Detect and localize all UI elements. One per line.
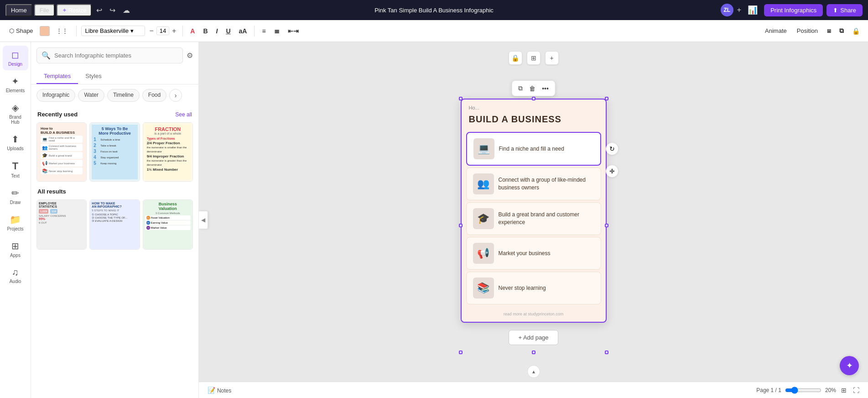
delete-element-button[interactable]: 🗑: [526, 83, 538, 94]
fill-color-swatch[interactable]: [40, 26, 50, 36]
search-area: 🔍 ⚙: [31, 42, 198, 69]
analytics-button[interactable]: 📊: [745, 3, 760, 17]
text-color-button[interactable]: A: [187, 26, 198, 36]
all-results-header: All results: [31, 183, 198, 198]
infographic-header-text: Ho...: [462, 100, 606, 114]
shape-button[interactable]: ⬡ Shape: [5, 25, 37, 37]
handle-top-left[interactable]: [459, 97, 463, 100]
audio-icon: ♫: [12, 267, 19, 278]
text-spacing-button[interactable]: ⇤⇥: [285, 26, 301, 36]
tab-resize[interactable]: ✦ Resize: [57, 4, 92, 16]
case-button[interactable]: aA: [236, 26, 250, 36]
pattern-button[interactable]: ⧆: [824, 26, 834, 36]
move-button[interactable]: ✛: [606, 165, 619, 178]
tab-templates[interactable]: Templates: [36, 69, 78, 84]
lock-button[interactable]: 🔒: [849, 26, 863, 36]
chip-water[interactable]: Water: [78, 89, 104, 102]
share-button[interactable]: ⬆ Share: [826, 4, 863, 16]
recently-used-header: Recently used See all: [31, 106, 198, 120]
chip-food[interactable]: Food: [142, 89, 166, 102]
step-item-2[interactable]: 👥 Connect with a group of like-minded bu…: [466, 168, 601, 200]
tab-styles[interactable]: Styles: [78, 69, 109, 84]
separator-2: [182, 26, 183, 37]
result-card-1[interactable]: EMPLOYEESTATISTICS 1,029 110 SALARY CONC…: [36, 199, 87, 250]
handle-top-right[interactable]: [605, 97, 608, 100]
handle-mid-right[interactable]: [605, 224, 608, 227]
panel-scroll[interactable]: Recently used See all How toBUILD A BUSI…: [31, 106, 198, 398]
tab-home[interactable]: Home: [5, 4, 32, 16]
cloud-save-button[interactable]: ☁: [120, 4, 133, 16]
scroll-up-button[interactable]: ▴: [527, 365, 540, 378]
chips-scroll-right[interactable]: ›: [169, 89, 182, 102]
font-selector[interactable]: Libre Baskerville ▾: [81, 26, 145, 36]
rotate-button[interactable]: ↻: [606, 142, 619, 155]
bottom-bar-right: Page 1 / 1 20% ⊞ ⛶: [756, 385, 861, 395]
sidebar-item-elements[interactable]: ✦ Elements: [3, 72, 28, 97]
step-5-icon: 📚: [473, 278, 494, 298]
see-all-button[interactable]: See all: [175, 111, 192, 118]
tab-file[interactable]: File: [34, 4, 55, 16]
sidebar-item-apps[interactable]: ⊞ Apps: [3, 237, 28, 262]
print-infographics-button[interactable]: Print Infographics: [764, 4, 823, 16]
lock-canvas-button[interactable]: 🔒: [509, 51, 522, 65]
sidebar-item-draw[interactable]: ✏ Draw: [3, 184, 28, 209]
template-card-2[interactable]: 5 Ways To BeMore Productive 1Schedule a …: [89, 122, 140, 182]
font-size-increase[interactable]: +: [170, 27, 178, 35]
handle-bottom-mid[interactable]: [532, 351, 535, 354]
canvas-inner[interactable]: 🔒 ⊞ + ⧉ 🗑 •••: [199, 42, 868, 382]
search-box[interactable]: 🔍: [36, 47, 183, 63]
font-size-decrease[interactable]: −: [148, 27, 156, 35]
filter-chips: Infographic Water Timeline Food ›: [31, 84, 198, 106]
handle-bottom-right[interactable]: [605, 351, 608, 354]
sidebar-item-projects[interactable]: 📁 Projects: [3, 210, 28, 235]
template-card-3[interactable]: FRACTION is a part of a whole Types of F…: [143, 122, 193, 182]
step-item-1[interactable]: 💻 Find a niche and fill a need ↻ ✛: [466, 132, 601, 166]
canvas-controls-top: 🔒 ⊞ +: [509, 51, 559, 65]
position-button[interactable]: Position: [793, 25, 821, 37]
sidebar-item-design[interactable]: ◻ Design: [3, 46, 28, 70]
bold-button[interactable]: B: [200, 26, 210, 36]
redo-button[interactable]: ↪: [107, 4, 118, 16]
font-size-control: − 14 +: [148, 26, 178, 35]
add-page-button[interactable]: + Add page: [509, 330, 558, 345]
sidebar-item-brand-hub[interactable]: ◈ Brand Hub: [3, 99, 28, 128]
italic-button[interactable]: I: [213, 26, 221, 36]
filter-button[interactable]: ⚙: [187, 51, 193, 60]
duplicate-canvas-button[interactable]: ⊞: [527, 51, 541, 65]
search-input[interactable]: [54, 52, 178, 59]
result-card-2[interactable]: HOW TO MAKEAN INFOGRAPHIC? 5 STEPS TO MA…: [89, 199, 140, 250]
step-item-4[interactable]: 📢 Market your business: [466, 237, 601, 270]
grid-view-button[interactable]: ⊞: [840, 385, 848, 395]
notes-button[interactable]: 📝 Notes: [206, 385, 233, 395]
fullscreen-button[interactable]: ⛶: [852, 385, 861, 395]
resize-handle-button[interactable]: ⧉: [837, 26, 847, 36]
copy-element-button[interactable]: ⧉: [515, 83, 525, 94]
infographic-card[interactable]: Ho... BUILD A BUSINESS 💻 Find a niche an…: [461, 99, 607, 323]
add-collaborator-button[interactable]: +: [737, 6, 741, 14]
chip-infographic[interactable]: Infographic: [36, 89, 75, 102]
underline-button[interactable]: U: [223, 26, 233, 36]
undo-button[interactable]: ↩: [94, 4, 105, 16]
more-element-button[interactable]: •••: [539, 83, 551, 94]
align-button[interactable]: ≡: [259, 26, 268, 36]
top-nav-left: Home File ✦ Resize ↩ ↪ ☁: [5, 4, 133, 16]
add-page-top-button[interactable]: +: [545, 51, 559, 65]
zoom-slider[interactable]: [785, 387, 821, 394]
handle-mid-left[interactable]: [459, 224, 463, 227]
result-card-3[interactable]: BusinessValuation 3 Common Methods 01Ass…: [143, 199, 193, 250]
handle-top-mid[interactable]: [532, 97, 535, 100]
recently-used-title: Recently used: [37, 111, 78, 118]
step-item-5[interactable]: 📚 Never stop learning: [466, 272, 601, 304]
resize-icon: ✦: [62, 7, 67, 14]
sidebar-item-text[interactable]: T Text: [3, 157, 28, 182]
step-item-3[interactable]: 🎓 Build a great brand and customer exper…: [466, 202, 601, 235]
more-options-button[interactable]: ⋮⋮: [52, 25, 72, 37]
handle-bottom-left[interactable]: [459, 351, 463, 354]
chip-timeline[interactable]: Timeline: [107, 89, 140, 102]
animate-button[interactable]: Animate: [761, 25, 790, 37]
help-assistant-button[interactable]: ✦: [840, 356, 859, 375]
sidebar-item-uploads[interactable]: ⬆ Uploads: [3, 130, 28, 155]
template-card-1[interactable]: How toBUILD A BUSINESS 💻Find a niche and…: [36, 122, 87, 182]
list-button[interactable]: ≣: [271, 26, 282, 36]
sidebar-item-audio[interactable]: ♫ Audio: [3, 263, 28, 288]
